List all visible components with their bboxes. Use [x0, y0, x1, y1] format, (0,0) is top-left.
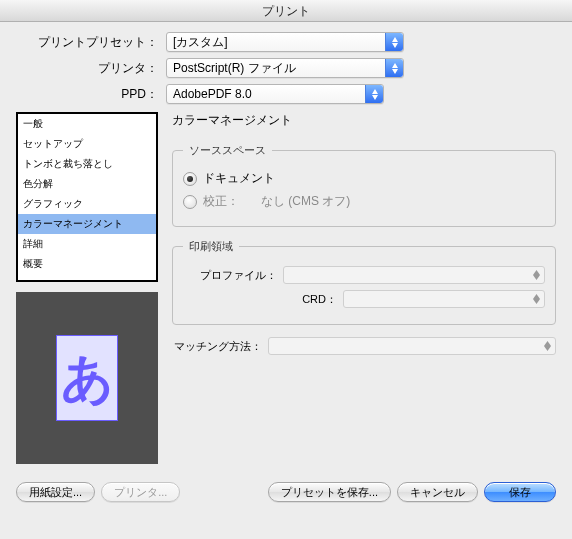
list-item[interactable]: カラーマネージメント — [18, 214, 156, 234]
svg-marker-7 — [533, 275, 540, 280]
svg-marker-0 — [392, 37, 398, 42]
preset-select[interactable]: [カスタム] — [166, 32, 404, 52]
print-area-group: 印刷領域 プロファイル： CRD： — [172, 239, 556, 325]
svg-marker-11 — [544, 346, 551, 351]
panel-heading: カラーマネージメント — [172, 112, 556, 129]
save-button[interactable]: 保存 — [484, 482, 556, 502]
ppd-label: PPD： — [16, 86, 166, 103]
save-preset-button[interactable]: プリセットを保存... — [268, 482, 391, 502]
printer-value: PostScript(R) ファイル — [167, 60, 385, 77]
list-item[interactable]: トンボと裁ち落とし — [18, 154, 156, 174]
cancel-button[interactable]: キャンセル — [397, 482, 478, 502]
preview-glyph: あ — [61, 352, 114, 404]
preset-value: [カスタム] — [167, 34, 385, 51]
printer-button: プリンタ... — [101, 482, 180, 502]
printer-label: プリンタ： — [16, 60, 166, 77]
ppd-value: AdobePDF 8.0 — [167, 87, 365, 101]
print-legend: 印刷領域 — [183, 239, 239, 254]
radio-document[interactable] — [183, 172, 197, 186]
radio-proof[interactable] — [183, 195, 197, 209]
svg-marker-1 — [392, 43, 398, 48]
proof-value: なし (CMS オフ) — [261, 193, 350, 210]
stepper-icon — [533, 294, 540, 304]
list-item[interactable]: セットアップ — [18, 134, 156, 154]
printer-select[interactable]: PostScript(R) ファイル — [166, 58, 404, 78]
profile-select[interactable] — [283, 266, 545, 284]
print-preview: あ — [16, 292, 158, 464]
preview-page: あ — [56, 335, 118, 421]
profile-label: プロファイル： — [183, 268, 283, 283]
updown-arrows-icon — [365, 85, 383, 103]
svg-marker-3 — [392, 69, 398, 74]
stepper-icon — [533, 270, 540, 280]
section-list[interactable]: 一般セットアップトンボと裁ち落とし色分解グラフィックカラーマネージメント詳細概要 — [16, 112, 158, 282]
list-item[interactable]: 詳細 — [18, 234, 156, 254]
list-item[interactable]: 概要 — [18, 254, 156, 274]
source-space-group: ソーススペース ドキュメント 校正： なし (CMS オフ) — [172, 143, 556, 227]
button-bar: 用紙設定... プリンタ... プリセットを保存... キャンセル 保存 — [0, 472, 572, 502]
svg-marker-5 — [372, 95, 378, 100]
crd-select[interactable] — [343, 290, 545, 308]
list-item[interactable]: 色分解 — [18, 174, 156, 194]
stepper-icon — [544, 341, 551, 351]
page-setup-button[interactable]: 用紙設定... — [16, 482, 95, 502]
svg-marker-9 — [533, 299, 540, 304]
list-item[interactable]: グラフィック — [18, 194, 156, 214]
updown-arrows-icon — [385, 59, 403, 77]
updown-arrows-icon — [385, 33, 403, 51]
source-legend: ソーススペース — [183, 143, 272, 158]
matching-select[interactable] — [268, 337, 556, 355]
matching-label: マッチング方法： — [172, 339, 268, 354]
radio-proof-label: 校正： — [203, 193, 239, 210]
crd-label: CRD： — [183, 292, 343, 307]
list-item[interactable]: 一般 — [18, 114, 156, 134]
svg-marker-2 — [392, 63, 398, 68]
dialog-content: プリントプリセット： [カスタム] プリンタ： PostScript(R) ファ… — [0, 22, 572, 472]
radio-document-label: ドキュメント — [203, 170, 275, 187]
svg-marker-4 — [372, 89, 378, 94]
preset-label: プリントプリセット： — [16, 34, 166, 51]
window-title: プリント — [0, 0, 572, 22]
ppd-select[interactable]: AdobePDF 8.0 — [166, 84, 384, 104]
